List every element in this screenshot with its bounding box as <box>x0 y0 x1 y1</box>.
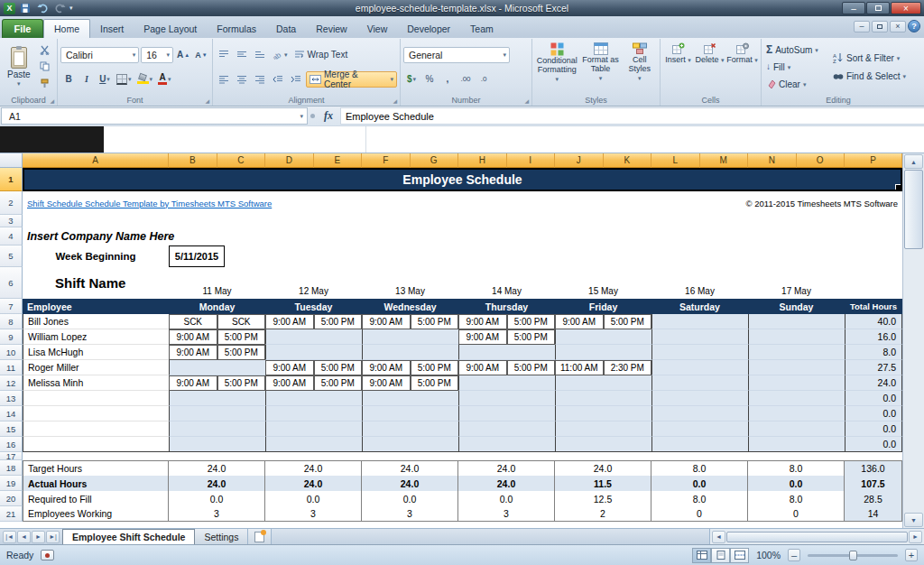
shift-cell[interactable] <box>265 329 314 345</box>
column-header-C[interactable]: C <box>217 153 266 168</box>
shift-cell[interactable] <box>169 421 217 437</box>
cell-styles-button[interactable]: Cell Styles ▾ <box>623 40 657 94</box>
shift-cell[interactable] <box>314 329 363 345</box>
summary-value[interactable]: 24.0 <box>169 476 265 491</box>
shift-cell[interactable] <box>604 329 652 345</box>
total-hours-cell[interactable]: 0.0 <box>845 391 902 406</box>
employee-name-cell[interactable]: Bill Jones <box>23 314 169 329</box>
tab-developer[interactable]: Developer <box>397 19 460 38</box>
workbook-minimize-button[interactable]: – <box>854 21 870 32</box>
normal-view-button[interactable] <box>692 548 711 563</box>
horizontal-scrollbar-thumb[interactable] <box>726 532 908 542</box>
undo-button[interactable] <box>35 2 50 14</box>
shift-cell[interactable] <box>411 345 459 360</box>
shift-cell[interactable]: 9:00 AM <box>458 314 507 329</box>
shift-cell[interactable]: 5:00 PM <box>411 360 459 375</box>
employee-name-cell[interactable]: William Lopez <box>23 329 169 345</box>
shift-cell[interactable] <box>651 314 700 329</box>
summary-value[interactable]: 12.5 <box>555 491 651 506</box>
italic-button[interactable]: I <box>79 71 95 87</box>
row-header-21[interactable]: 21 <box>0 506 23 522</box>
row-header-9[interactable]: 9 <box>0 329 23 345</box>
row-header-12[interactable]: 12 <box>0 375 23 391</box>
shift-cell[interactable] <box>555 345 604 360</box>
shift-cell[interactable]: 5:00 PM <box>507 314 556 329</box>
shift-cell[interactable] <box>797 360 845 375</box>
shift-cell[interactable] <box>700 375 749 391</box>
row-header-1[interactable]: 1 <box>0 168 23 191</box>
shift-cell[interactable] <box>169 360 217 375</box>
summary-value[interactable]: 8.0 <box>651 460 748 476</box>
row-header-18[interactable]: 18 <box>0 460 23 476</box>
row-header-5[interactable]: 5 <box>0 245 23 267</box>
shift-cell[interactable] <box>217 421 266 437</box>
summary-value[interactable]: 3 <box>265 506 362 522</box>
column-header-L[interactable]: L <box>651 153 700 168</box>
shift-cell[interactable] <box>265 406 314 421</box>
column-header-K[interactable]: K <box>604 153 652 168</box>
name-box-splitter[interactable] <box>308 107 317 125</box>
shift-cell[interactable] <box>797 406 845 421</box>
page-break-view-button[interactable] <box>730 548 749 563</box>
sort-filter-button[interactable]: AZ Sort & Filter ▾ <box>831 51 912 65</box>
summary-value[interactable]: 24.0 <box>265 476 362 491</box>
zoom-out-icon[interactable]: – <box>788 549 800 561</box>
number-format-combo[interactable]: General ▾ <box>403 47 510 63</box>
wrap-text-button[interactable]: Wrap Text <box>291 46 351 62</box>
shift-cell[interactable] <box>169 391 217 406</box>
shift-cell[interactable] <box>217 406 266 421</box>
clear-button[interactable]: Clear▾ <box>764 77 829 91</box>
last-sheet-icon[interactable]: ►| <box>46 531 60 543</box>
shift-cell[interactable] <box>797 437 845 452</box>
shift-cell[interactable] <box>651 360 700 375</box>
shift-cell[interactable] <box>651 406 700 421</box>
summary-value[interactable]: 24.0 <box>362 460 458 476</box>
column-header-N[interactable]: N <box>748 153 797 168</box>
total-hours-cell[interactable]: 24.0 <box>845 375 902 391</box>
close-button[interactable]: × <box>891 2 921 14</box>
shift-cell[interactable] <box>458 345 507 360</box>
tab-team[interactable]: Team <box>460 19 504 38</box>
shift-cell[interactable] <box>314 406 363 421</box>
row-header-4[interactable]: 4 <box>0 227 23 245</box>
employee-name-cell[interactable] <box>23 406 169 421</box>
select-all-corner[interactable] <box>0 153 23 168</box>
column-header-I[interactable]: I <box>507 153 556 168</box>
row-header-8[interactable]: 8 <box>0 314 23 329</box>
qat-dropdown-icon[interactable]: ▾ <box>69 5 73 12</box>
shift-cell[interactable] <box>555 406 604 421</box>
shift-cell[interactable] <box>700 345 749 360</box>
shift-cell[interactable] <box>314 437 363 452</box>
shift-cell[interactable] <box>265 391 314 406</box>
shift-cell[interactable] <box>411 329 459 345</box>
shift-cell[interactable] <box>604 345 652 360</box>
shift-cell[interactable]: 5:00 PM <box>314 314 363 329</box>
shift-cell[interactable] <box>748 345 797 360</box>
fill-color-button[interactable]: ▾ <box>135 71 155 87</box>
shift-cell[interactable] <box>217 391 266 406</box>
font-name-combo[interactable]: Calibri ▾ <box>60 47 139 63</box>
tab-data[interactable]: Data <box>266 19 306 38</box>
shift-cell[interactable]: 5:00 PM <box>507 360 556 375</box>
zoom-in-icon[interactable]: + <box>905 549 918 561</box>
row-header-14[interactable]: 14 <box>0 406 23 421</box>
summary-value[interactable]: 8.0 <box>748 491 845 506</box>
shift-cell[interactable] <box>314 421 363 437</box>
summary-total[interactable]: 107.5 <box>845 476 902 491</box>
shift-cell[interactable] <box>555 329 604 345</box>
shift-cell[interactable] <box>748 360 797 375</box>
page-layout-view-button[interactable] <box>711 548 730 563</box>
shift-cell[interactable] <box>604 421 652 437</box>
shift-cell[interactable] <box>748 314 797 329</box>
cell-empty[interactable] <box>225 245 902 267</box>
column-header-F[interactable]: F <box>362 153 411 168</box>
shift-cell[interactable] <box>797 345 845 360</box>
shift-cell[interactable]: 5:00 PM <box>411 375 459 391</box>
shift-cell[interactable] <box>411 421 459 437</box>
next-sheet-icon[interactable]: ► <box>32 531 45 543</box>
excel-app-icon[interactable]: X <box>4 3 15 14</box>
shift-cell[interactable] <box>507 421 556 437</box>
shift-cell[interactable] <box>748 421 797 437</box>
shift-cell[interactable]: 9:00 AM <box>362 314 411 329</box>
shift-cell[interactable] <box>458 437 507 452</box>
